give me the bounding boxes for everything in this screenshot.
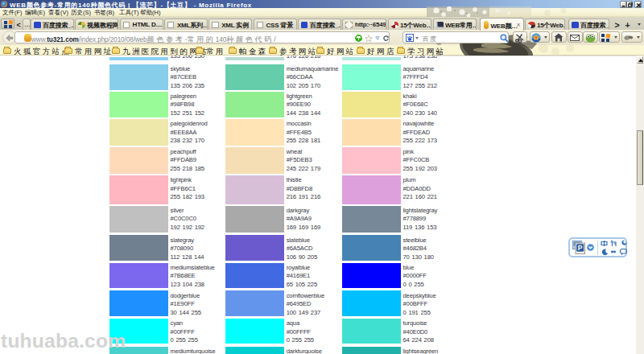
svg-text:P: P [578, 243, 583, 251]
